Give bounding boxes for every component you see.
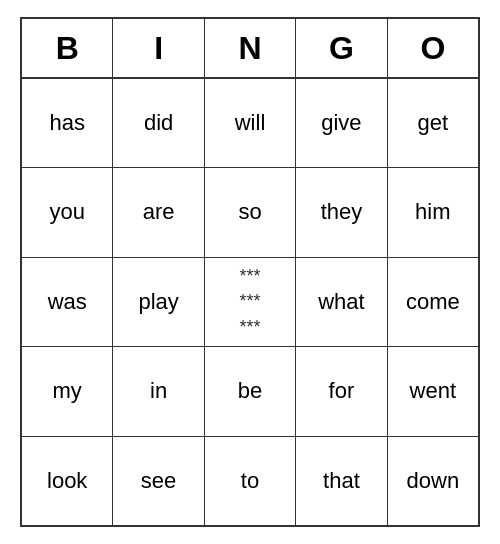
cell-3-5: come: [388, 258, 478, 346]
cell-3-4: what: [296, 258, 387, 346]
cell-1-2: did: [113, 79, 204, 167]
header-g: G: [296, 19, 387, 77]
bingo-card: B I N G O has did will give get you are …: [20, 17, 480, 527]
cell-4-4: for: [296, 347, 387, 435]
bingo-row-4: my in be for went: [22, 347, 478, 436]
cell-5-2: see: [113, 437, 204, 525]
header-b: B: [22, 19, 113, 77]
header-o: O: [388, 19, 478, 77]
cell-3-2: play: [113, 258, 204, 346]
bingo-row-3: was play ********* what come: [22, 258, 478, 347]
cell-5-5: down: [388, 437, 478, 525]
cell-2-2: are: [113, 168, 204, 256]
header-i: I: [113, 19, 204, 77]
cell-2-3: so: [205, 168, 296, 256]
bingo-row-2: you are so they him: [22, 168, 478, 257]
cell-2-4: they: [296, 168, 387, 256]
cell-3-3-free: *********: [205, 258, 296, 346]
cell-5-3: to: [205, 437, 296, 525]
cell-1-1: has: [22, 79, 113, 167]
cell-2-5: him: [388, 168, 478, 256]
bingo-body: has did will give get you are so they hi…: [22, 79, 478, 525]
header-n: N: [205, 19, 296, 77]
cell-4-2: in: [113, 347, 204, 435]
cell-5-1: look: [22, 437, 113, 525]
cell-1-4: give: [296, 79, 387, 167]
cell-4-5: went: [388, 347, 478, 435]
cell-1-3: will: [205, 79, 296, 167]
bingo-header: B I N G O: [22, 19, 478, 79]
bingo-row-5: look see to that down: [22, 437, 478, 525]
cell-1-5: get: [388, 79, 478, 167]
cell-4-1: my: [22, 347, 113, 435]
cell-2-1: you: [22, 168, 113, 256]
bingo-row-1: has did will give get: [22, 79, 478, 168]
cell-4-3: be: [205, 347, 296, 435]
cell-5-4: that: [296, 437, 387, 525]
cell-3-1: was: [22, 258, 113, 346]
